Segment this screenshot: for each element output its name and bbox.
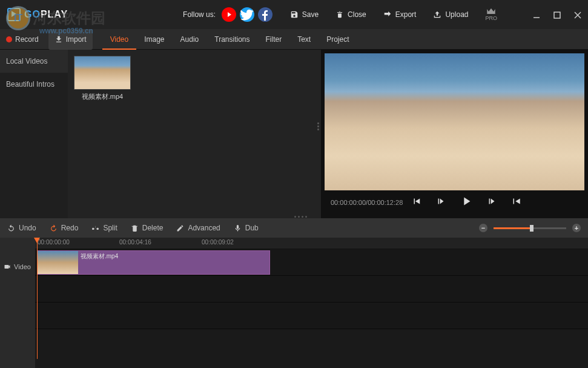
- media-tabs: Video Image Audio Transitions Filter Tex…: [102, 29, 357, 50]
- clip-name: 视频素材.mp4: [81, 253, 118, 259]
- tracks-area[interactable]: 00:00:00:00 00:00:04:16 00:00:09:02 视频素材…: [35, 238, 588, 368]
- media-sidebar: Local Videos Beautiful Intros: [0, 50, 68, 218]
- tab-image[interactable]: Image: [136, 29, 172, 50]
- dub-label: Dub: [245, 224, 259, 232]
- record-button[interactable]: Record: [0, 29, 45, 50]
- advanced-button[interactable]: Advanced: [176, 224, 220, 232]
- split-button[interactable]: Split: [91, 224, 117, 232]
- delete-button[interactable]: Delete: [131, 224, 164, 232]
- main-toolbar: Record Import Video Image Audio Transiti…: [0, 29, 588, 50]
- twitter-icon[interactable]: [240, 7, 254, 22]
- import-button[interactable]: Import: [48, 29, 93, 50]
- panel-resize-handle[interactable]: [317, 122, 320, 132]
- ruler-mark: 00:00:04:16: [119, 239, 151, 246]
- video-clip[interactable]: 视频素材.mp4: [37, 250, 270, 275]
- logo-icon: [7, 8, 21, 21]
- clip-thumbnail: [38, 251, 78, 274]
- delete-label: Delete: [142, 224, 164, 232]
- playback-controls: [411, 195, 521, 210]
- import-label: Import: [66, 35, 87, 44]
- save-button[interactable]: Save: [290, 10, 319, 19]
- undo-button[interactable]: Undo: [7, 224, 36, 232]
- facebook-icon[interactable]: [258, 7, 273, 22]
- empty-track[interactable]: [35, 276, 588, 303]
- tab-audio[interactable]: Audio: [173, 29, 207, 50]
- step-back-button[interactable]: [435, 196, 446, 209]
- advanced-label: Advanced: [188, 224, 220, 232]
- tab-text[interactable]: Text: [289, 29, 319, 50]
- export-button[interactable]: Export: [383, 10, 417, 19]
- ruler-mark: 00:00:09:02: [202, 239, 234, 246]
- track-labels: Video: [0, 238, 35, 368]
- pro-label: PRO: [485, 15, 497, 21]
- time-ruler[interactable]: 00:00:00:00 00:00:04:16 00:00:09:02: [35, 238, 588, 249]
- preview-panel: 00:00:00:00/00:00:12:28: [321, 50, 588, 218]
- logo-text-play: PLAY: [41, 9, 68, 20]
- maximize-button[interactable]: [553, 11, 560, 18]
- media-thumbnail: [74, 56, 131, 90]
- video-track-text: Video: [14, 263, 31, 270]
- zoom-in-button[interactable]: +: [572, 224, 581, 232]
- media-panel: 视频素材.mp4: [68, 50, 321, 218]
- preview-video[interactable]: [325, 53, 584, 190]
- timeline-zoom: − +: [479, 224, 581, 232]
- follow-us: Follow us:: [183, 7, 276, 22]
- playhead[interactable]: [37, 238, 38, 359]
- export-label: Export: [395, 10, 417, 19]
- sidebar-item-beautiful-intros[interactable]: Beautiful Intros: [0, 73, 68, 96]
- tab-transitions[interactable]: Transitions: [206, 29, 257, 50]
- title-bar: GOPLAY Follow us: Save Close Export Uplo…: [0, 0, 588, 29]
- close-button[interactable]: Close: [335, 10, 366, 19]
- youtube-icon[interactable]: [222, 7, 236, 22]
- undo-label: Undo: [19, 224, 36, 232]
- skip-start-button[interactable]: [411, 196, 422, 209]
- redo-button[interactable]: Redo: [50, 224, 79, 232]
- ruler-mark: 00:00:00:00: [38, 239, 70, 246]
- upload-button[interactable]: Upload: [433, 10, 468, 19]
- sidebar-item-local-videos[interactable]: Local Videos: [0, 50, 68, 73]
- logo-text-go: GO: [24, 9, 41, 20]
- upload-label: Upload: [445, 10, 468, 19]
- zoom-out-button[interactable]: −: [479, 224, 487, 232]
- timeline-resize-handle[interactable]: [294, 216, 307, 218]
- main-area: Local Videos Beautiful Intros 视频素材.mp4 0…: [0, 50, 588, 218]
- header-actions: Save Close Export Upload PRO: [290, 8, 581, 21]
- skip-end-button[interactable]: [510, 196, 521, 209]
- timeline: Video 00:00:00:00 00:00:04:16 00:00:09:0…: [0, 238, 588, 368]
- preview-controls: 00:00:00:00/00:00:12:28: [325, 190, 584, 215]
- tab-video[interactable]: Video: [102, 29, 136, 50]
- clip-body: 视频素材.mp4: [78, 251, 269, 274]
- video-track-label: Video: [0, 253, 35, 280]
- video-track[interactable]: 视频素材.mp4: [35, 249, 588, 276]
- time-display: 00:00:00:00/00:00:12:28: [331, 199, 403, 206]
- timeline-toolbar: Undo Redo Split Delete Advanced Dub − +: [0, 218, 588, 238]
- follow-label: Follow us:: [183, 10, 216, 19]
- redo-label: Redo: [61, 224, 79, 232]
- split-label: Split: [103, 224, 117, 232]
- close-label: Close: [348, 10, 366, 19]
- dub-button[interactable]: Dub: [234, 224, 259, 232]
- zoom-slider[interactable]: [494, 227, 566, 229]
- svg-rect-1: [554, 12, 560, 18]
- play-button[interactable]: [460, 195, 473, 210]
- minimize-button[interactable]: [532, 11, 540, 18]
- record-dot-icon: [6, 36, 12, 42]
- empty-track[interactable]: [35, 303, 588, 329]
- media-item-name: 视频素材.mp4: [74, 92, 131, 101]
- media-item[interactable]: 视频素材.mp4: [74, 56, 131, 101]
- app-logo: GOPLAY: [7, 8, 68, 21]
- window-close-button[interactable]: [573, 11, 581, 18]
- window-controls: [532, 11, 581, 18]
- step-forward-button[interactable]: [486, 196, 497, 209]
- record-label: Record: [15, 35, 39, 44]
- pro-badge[interactable]: PRO: [485, 8, 497, 21]
- save-label: Save: [302, 10, 319, 19]
- tab-filter[interactable]: Filter: [258, 29, 290, 50]
- tab-project[interactable]: Project: [319, 29, 357, 50]
